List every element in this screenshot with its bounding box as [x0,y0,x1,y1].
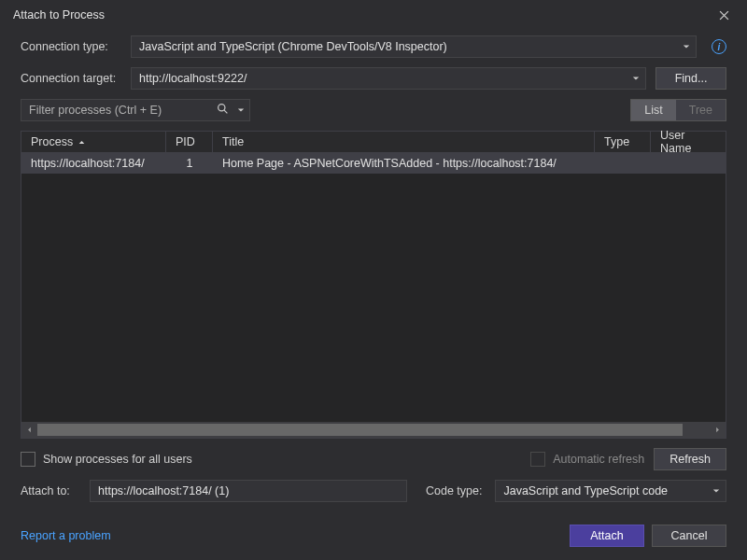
close-icon [719,10,729,21]
refresh-button[interactable]: Refresh [654,448,726,470]
cancel-button[interactable]: Cancel [652,525,726,547]
scroll-left-icon[interactable] [21,422,37,438]
horizontal-scrollbar[interactable] [21,422,726,438]
column-header-title[interactable]: Title [213,132,595,152]
attach-to-process-dialog: Attach to Process Connection type: JavaS… [0,0,747,560]
show-all-users-label: Show processes for all users [43,453,192,466]
connection-type-label: Connection type: [21,40,121,53]
column-header-user[interactable]: User Name [651,132,726,152]
auto-refresh-checkbox [530,452,545,467]
titlebar: Attach to Process [0,0,747,30]
show-all-users-checkbox[interactable] [21,452,35,467]
cell-title: Home Page - ASPNetCoreWithTSAdded - http… [213,157,595,170]
scrollbar-thumb[interactable] [37,424,683,436]
attach-to-label: Attach to: [21,484,77,497]
chevron-down-icon [712,487,720,495]
cell-pid: 1 [166,157,213,170]
attach-to-value: https://localhost:7184/ (1) [98,484,229,497]
info-icon[interactable]: i [712,39,726,54]
tree-view-button[interactable]: Tree [676,100,726,120]
grid-body: https://localhost:7184/ 1 Home Page - AS… [21,153,726,422]
sort-asc-icon [78,139,85,146]
scroll-right-icon[interactable] [710,422,726,438]
find-button[interactable]: Find... [655,67,726,90]
dialog-title: Attach to Process [13,8,710,21]
chevron-down-icon[interactable] [237,106,245,114]
scrollbar-track[interactable] [37,422,710,438]
code-type-dropdown[interactable]: JavaScript and TypeScript code [495,480,726,502]
chevron-down-icon [632,75,640,82]
filter-input[interactable]: Filter processes (Ctrl + E) [21,99,250,121]
code-type-label: Code type: [426,484,482,497]
view-mode-toggle: List Tree [630,99,726,121]
filter-placeholder: Filter processes (Ctrl + E) [29,104,162,117]
cell-process: https://localhost:7184/ [21,157,166,170]
connection-target-label: Connection target: [21,72,121,85]
grid-header: Process PID Title Type User Name [21,132,726,153]
list-view-button[interactable]: List [631,100,675,120]
attach-button[interactable]: Attach [570,525,644,547]
code-type-value: JavaScript and TypeScript code [503,484,668,497]
auto-refresh-label: Automatic refresh [553,453,644,466]
svg-point-0 [218,105,225,111]
connection-target-value: http://localhost:9222/ [139,72,247,85]
column-header-process[interactable]: Process [21,132,166,152]
table-row[interactable]: https://localhost:7184/ 1 Home Page - AS… [21,153,726,174]
column-header-pid[interactable]: PID [166,132,213,152]
process-grid: Process PID Title Type User Name https:/… [21,131,726,439]
connection-target-dropdown[interactable]: http://localhost:9222/ [131,67,646,90]
connection-type-value: JavaScript and TypeScript (Chrome DevToo… [139,40,447,53]
close-button[interactable] [710,4,738,26]
search-icon [217,103,229,118]
attach-to-field[interactable]: https://localhost:7184/ (1) [90,480,407,502]
column-header-type[interactable]: Type [595,132,651,152]
chevron-down-icon [683,43,690,50]
report-problem-link[interactable]: Report a problem [21,529,111,542]
connection-type-dropdown[interactable]: JavaScript and TypeScript (Chrome DevToo… [131,35,697,58]
